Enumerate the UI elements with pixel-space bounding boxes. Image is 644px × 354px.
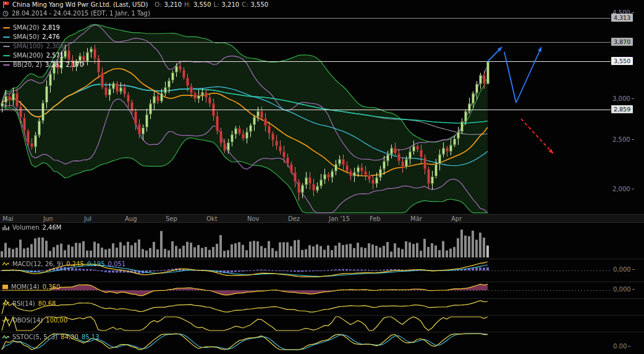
month-label: Mai [2,215,14,222]
sma200-label: SMA(200) [13,52,43,59]
month-label: Apr [451,215,462,222]
date-range-bar[interactable]: 28.04.2014 - 24.04.2015 (EDT, 1 Jahr, 1 … [0,9,150,17]
price-tick: 2,000 [612,186,634,192]
momentum-chart[interactable] [0,282,611,298]
ohlc-readout: O: 3,210 H: 3,550 L: 3,210 C: 3,550 [155,1,268,8]
high-value: 3,550 [193,1,211,8]
volume-chart[interactable] [0,223,611,258]
sma100-swatch-icon [3,46,10,47]
sma100-value: 2,306 [46,43,64,50]
sstoc-d-value: 85,13 [82,334,100,340]
rsi-icon [2,301,9,306]
sma100-label: SMA(100) [13,43,43,50]
open-value: 3,210 [164,1,182,8]
sma50-swatch-icon [3,37,10,38]
month-label: Sep [166,215,177,222]
low-label: L: [214,1,219,8]
macd-value: 0,245 [66,261,84,267]
price-tick: 3,000 [612,95,634,102]
price-level-badge: 3,870 [611,38,633,46]
obos-label: OBOS(14) [12,317,43,324]
high-label: H: [184,1,191,8]
month-label: Dez [288,215,300,222]
price-level-badge: 3,550 [611,57,633,65]
bb-swatch-icon [3,64,10,66]
macd-signal-value: 0,195 [87,261,105,267]
macd-icon [2,261,9,267]
sma200-value: 2,571 [46,52,64,59]
price-level-badge: 4,313 [611,14,633,22]
month-label: Jun [43,215,53,222]
price-level-badge: 2,859 [611,105,633,113]
macd-panel[interactable]: MACD(12, 26, 9) 0,245 0,195 0,051 [0,259,644,281]
price-tick: 2,500 [612,136,634,143]
instrument-title: China Ming Yang Wd Pwr Gr.Ltd. (Last, US… [12,1,148,8]
obos-value: 100,00 [46,317,67,324]
month-label: Okt [206,215,218,222]
legend-item-sma50[interactable]: SMA(50) 2,476 [3,32,83,41]
chart-application: China Ming Yang Wd Pwr Gr.Ltd. (Last, US… [0,0,644,354]
close-label: C: [242,1,248,8]
momentum-label: MOM(14) [11,283,40,290]
month-label: Jan '15 [329,215,350,222]
volume-label: Volumen [12,224,40,231]
low-value: 3,210 [222,1,240,8]
macd-hist-value: 0,051 [108,261,126,267]
macd-axis-label: 0,000 [613,266,635,273]
month-label: Mär [410,215,422,222]
volume-value: 2,46M [43,224,62,231]
legend-item-bb[interactable]: BB(20, 2) 3,282 2,170 [3,60,83,69]
open-label: O: [155,1,161,8]
obos-panel[interactable]: OBOS(14) 100,00 [0,315,644,331]
volume-legend[interactable]: Volumen 2,46M [2,224,61,231]
momentum-legend[interactable]: MOM(14) 0,360 [2,283,60,290]
momentum-panel[interactable]: MOM(14) 0,360 [0,282,644,298]
bb-upper-value: 3,282 [45,61,63,68]
sstoc-axis-label: 0.00 [613,343,630,350]
candlestick-chart[interactable] [0,9,611,214]
volume-panel[interactable]: Volumen 2,46M [0,223,644,258]
volume-icon [2,225,9,230]
indicator-legend: SMA(20) 2,819 SMA(50) 2,476 SMA(100) 2,3… [3,23,83,69]
momentum-icon [2,284,8,290]
obos-icon [2,317,9,323]
sstoc-icon [2,334,9,340]
obos-chart[interactable] [0,316,611,332]
legend-item-sma200[interactable]: SMA(200) 2,571 [3,51,83,60]
momentum-value: 0,360 [43,283,61,290]
close-value: 3,550 [251,1,269,8]
sma50-value: 2,476 [42,33,60,40]
instrument-flag-icon [2,1,9,8]
sstoc-label: SSTOC(5, 5, 3) [12,334,57,340]
bb-lower-value: 2,170 [66,61,84,68]
sstoc-panel[interactable]: SSTOC(5, 5, 3) 84,30 85,13 [0,332,644,350]
main-chart-area[interactable] [0,9,611,214]
sma20-swatch-icon [3,27,10,28]
sma50-label: SMA(50) [13,33,39,40]
date-range-text: 28.04.2014 - 24.04.2015 (EDT, 1 Jahr, 1 … [12,10,150,17]
momentum-axis-label: 0,000 [613,286,635,293]
price-axis[interactable]: 4,5003,0002,5002,0004,3133,8703,5502,859 [611,9,644,214]
month-label: Jul [84,215,91,222]
instrument-header: China Ming Yang Wd Pwr Gr.Ltd. (Last, US… [0,1,268,9]
legend-item-sma100[interactable]: SMA(100) 2,306 [3,41,83,51]
time-axis[interactable]: MaiJunJulAugSepOktNovDezJan '15FebMärApr [0,214,644,223]
legend-item-sma20[interactable]: SMA(20) 2,819 [3,23,83,32]
rsi-chart[interactable] [0,299,611,315]
rsi-label: RSI(14) [12,300,35,307]
month-label: Nov [247,215,260,222]
rsi-panel[interactable]: RSI(14) 80,68 [0,298,644,314]
clock-icon [2,11,9,17]
sstoc-legend[interactable]: SSTOC(5, 5, 3) 84,30 85,13 [2,334,100,340]
macd-legend[interactable]: MACD(12, 26, 9) 0,245 0,195 0,051 [2,261,125,267]
rsi-legend[interactable]: RSI(14) 80,68 [2,300,56,307]
sma20-label: SMA(20) [13,24,39,31]
bb-label: BB(20, 2) [13,61,42,68]
sstoc-k-value: 84,30 [61,334,78,340]
obos-legend[interactable]: OBOS(14) 100,00 [2,317,67,324]
sma20-value: 2,819 [42,24,60,31]
month-label: Aug [125,215,137,222]
rsi-value: 80,68 [38,300,56,307]
macd-label: MACD(12, 26, 9) [12,261,63,267]
month-label: Feb [370,215,381,222]
